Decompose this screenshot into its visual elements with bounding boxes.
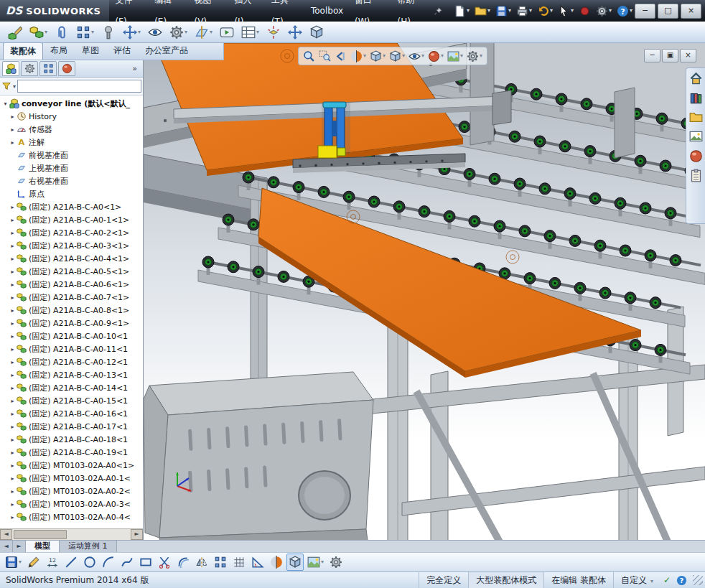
- minimize-button[interactable]: ─: [635, 4, 655, 19]
- tab-scroll-right-button[interactable]: ►: [13, 541, 26, 552]
- custom-properties-button[interactable]: [689, 169, 703, 182]
- electrical-enclosure[interactable]: [144, 372, 373, 540]
- filter-caret-icon[interactable]: ▾: [13, 83, 16, 90]
- insert-components-button[interactable]: ▾: [27, 23, 50, 42]
- file-explorer-button[interactable]: [689, 111, 703, 124]
- status-large-assembly-mode[interactable]: 大型装配体模式: [468, 572, 543, 588]
- tree-item[interactable]: 右视基准面: [9, 174, 143, 187]
- tree-expand-icon[interactable]: ▸: [9, 139, 17, 146]
- tree-item[interactable]: ▸History: [9, 110, 143, 123]
- quick-snaps-button[interactable]: [327, 554, 345, 571]
- edit-appearance-button[interactable]: ▾: [426, 50, 445, 63]
- tree-expand-icon[interactable]: ▸: [9, 514, 17, 521]
- tree-expand-icon[interactable]: ▸: [9, 217, 17, 223]
- menu-item[interactable]: 文件(F): [109, 0, 149, 32]
- line-button[interactable]: [62, 554, 80, 571]
- tree-expand-icon[interactable]: ▸: [9, 307, 17, 314]
- menu-pin-icon[interactable]: [434, 6, 443, 16]
- document-tab[interactable]: 模型: [26, 541, 60, 552]
- tree-expand-icon[interactable]: ▸: [9, 437, 17, 443]
- tree-expand-icon[interactable]: ▸: [9, 501, 17, 508]
- print-button[interactable]: ▾: [514, 4, 534, 19]
- zoom-fit-button[interactable]: [302, 50, 317, 63]
- tree-expand-icon[interactable]: ▸: [9, 281, 17, 288]
- display-style-button[interactable]: [286, 554, 304, 571]
- filter-funnel-icon[interactable]: [1, 81, 11, 91]
- section-view-button[interactable]: ▾: [349, 50, 368, 63]
- open-button[interactable]: ▾: [472, 4, 492, 19]
- tree-item[interactable]: ▸(固定) A21A-B-C-A0-4<1>: [9, 252, 143, 265]
- tree-expand-icon[interactable]: ▸: [9, 256, 17, 262]
- document-tab[interactable]: 运动算例 1: [60, 541, 117, 552]
- doc-restore-button[interactable]: ▣: [662, 49, 678, 62]
- close-button[interactable]: ×: [681, 4, 701, 19]
- hscroll-left-button[interactable]: ◄: [0, 529, 12, 540]
- tree-expand-icon[interactable]: ▸: [9, 462, 17, 469]
- tree-item[interactable]: ▸(固定) A21A-B-C-A0-1<1>: [9, 213, 143, 226]
- propertymanager-button[interactable]: [21, 61, 38, 76]
- tree-expand-icon[interactable]: ▸: [9, 411, 17, 417]
- convert-entities-button[interactable]: [174, 554, 192, 571]
- save-button[interactable]: ▾: [493, 4, 513, 19]
- doc-minimize-button[interactable]: ─: [644, 49, 660, 62]
- tree-item[interactable]: 前视基准面: [9, 149, 143, 162]
- menu-item[interactable]: 编辑(E): [149, 0, 188, 32]
- undo-button[interactable]: ▾: [535, 4, 555, 19]
- view-settings-button[interactable]: ▾: [465, 50, 484, 63]
- mirror-button[interactable]: [193, 554, 210, 571]
- tree-item[interactable]: ▸(固定) A21A-B-C-A0-18<1: [9, 433, 143, 446]
- status-help-icon[interactable]: [676, 575, 687, 586]
- save-button[interactable]: ▾: [3, 554, 24, 571]
- zoom-area-button[interactable]: [317, 50, 332, 63]
- tree-item[interactable]: ▸(固定) A21A-B-C-A0-16<1: [9, 407, 143, 420]
- tree-expand-icon[interactable]: ▾: [1, 101, 9, 107]
- linear-pattern-button[interactable]: [212, 554, 229, 571]
- menu-item[interactable]: 工具(T): [266, 0, 305, 32]
- tree-expand-icon[interactable]: ▸: [9, 449, 17, 456]
- tree-item[interactable]: ▸注解: [9, 136, 143, 149]
- command-tab[interactable]: 装配体: [3, 42, 43, 60]
- featuremanager-tree-button[interactable]: [2, 61, 19, 76]
- tree-expand-icon[interactable]: ▸: [9, 333, 17, 340]
- tree-item[interactable]: ▸(固定) A21A-B-C-A0-14<1: [9, 381, 143, 394]
- doc-close-button[interactable]: ×: [680, 49, 696, 62]
- tree-item[interactable]: ▸(固定) A21A-B-C-A0<1>: [9, 200, 143, 213]
- tab-scroll-left-button[interactable]: ◄: [0, 541, 13, 552]
- tree-expand-icon[interactable]: ▸: [9, 126, 17, 133]
- tree-expand-icon[interactable]: ▸: [9, 359, 17, 365]
- rectangle-button[interactable]: [137, 554, 154, 571]
- tree-item[interactable]: ▸(固定) MT0103-02A-A0<1>: [9, 459, 143, 472]
- tree-item[interactable]: ▸(固定) A21A-B-C-A0-10<1: [9, 330, 143, 342]
- tree-expand-icon[interactable]: ▸: [9, 424, 17, 430]
- pneumatic-actuator[interactable]: [318, 102, 350, 158]
- appearances-button[interactable]: [689, 149, 703, 163]
- menu-item[interactable]: 插入(I): [228, 0, 265, 32]
- new-document-button[interactable]: ▾: [452, 4, 472, 19]
- options-button[interactable]: ▾: [594, 4, 614, 19]
- graphics-area[interactable]: ▾▾▾▾▾▾▾ ─▣×: [144, 43, 705, 540]
- tree-expand-icon[interactable]: ▸: [9, 488, 17, 495]
- tree-item[interactable]: ▸(固定) A21A-B-C-A0-2<1>: [9, 226, 143, 239]
- tree-item[interactable]: ▸(固定) A21A-B-C-A0-6<1>: [9, 278, 143, 291]
- arc-button[interactable]: [100, 554, 117, 571]
- tree-item[interactable]: ▸(固定) MT0103-02A-A0-4<: [9, 510, 143, 523]
- menu-item[interactable]: Toolbox: [305, 0, 349, 22]
- command-tab[interactable]: 布局: [43, 42, 75, 60]
- tree-expand-icon[interactable]: ▸: [9, 269, 17, 275]
- configurationmanager-button[interactable]: [39, 61, 57, 76]
- tree-item[interactable]: ▸(固定) A21A-B-C-A0-8<1>: [9, 304, 143, 317]
- command-tab[interactable]: 草图: [75, 42, 106, 60]
- sketch-button[interactable]: [25, 554, 42, 571]
- tree-expand-icon[interactable]: ▸: [9, 243, 17, 249]
- tree-item[interactable]: ▸(固定) A21A-B-C-A0-15<1: [9, 394, 143, 407]
- tree-expand-icon[interactable]: ▸: [9, 475, 17, 482]
- tree-item[interactable]: ▸(固定) A21A-B-C-A0-11<1: [9, 342, 143, 355]
- tree-expand-icon[interactable]: ▸: [9, 398, 17, 404]
- tree-item[interactable]: ▸(固定) A21A-B-C-A0-19<1: [9, 446, 143, 459]
- tree-item[interactable]: ▸(固定) MT0103-02A-A0-1<: [9, 472, 143, 485]
- apply-scene-button[interactable]: ▾: [305, 554, 326, 571]
- hscroll-right-button[interactable]: ►: [131, 529, 143, 540]
- tree-item[interactable]: ▸(固定) A21A-B-C-A0-3<1>: [9, 239, 143, 252]
- linear-component-pattern-button[interactable]: ▾: [74, 23, 96, 42]
- viewport-3d[interactable]: [144, 43, 705, 540]
